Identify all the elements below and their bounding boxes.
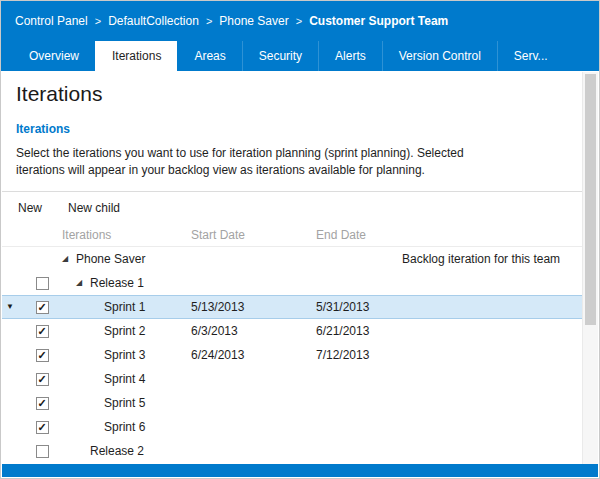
tree-indent bbox=[62, 403, 90, 404]
tree-indent bbox=[62, 331, 90, 332]
end-date bbox=[312, 367, 437, 391]
end-date bbox=[312, 391, 437, 415]
column-header-iterations: Iterations bbox=[56, 223, 187, 246]
main-content: Iterations Iterations Select the iterati… bbox=[2, 72, 582, 464]
start-date bbox=[187, 391, 312, 415]
breadcrumb-item-phone-saver[interactable]: Phone Saver bbox=[219, 14, 288, 28]
tree-expander-icon[interactable]: ◢ bbox=[76, 279, 90, 287]
tab-version-control[interactable]: Version Control bbox=[382, 41, 497, 71]
tab-overview[interactable]: Overview bbox=[13, 41, 95, 71]
grid-row-sprint-4[interactable]: ▼ ✓ Sprint 4 bbox=[2, 367, 582, 391]
grid-row-sprint-2[interactable]: ▼ ✓ Sprint 2 6/3/2013 6/21/2013 bbox=[2, 319, 582, 343]
end-date: 7/12/2013 bbox=[312, 343, 437, 367]
page-title: Iterations bbox=[16, 82, 582, 106]
start-date bbox=[187, 271, 312, 295]
row-checkbox[interactable] bbox=[36, 277, 49, 290]
iteration-name: Release 2 bbox=[90, 444, 144, 458]
grid-row-sprint-1[interactable]: ▼ ✓ Sprint 1 5/13/2013 5/31/2013 bbox=[2, 295, 582, 319]
tree-indent bbox=[62, 451, 76, 452]
tab-alerts[interactable]: Alerts bbox=[318, 41, 382, 71]
grid-header: Iterations Start Date End Date bbox=[2, 223, 582, 247]
grid-row-sprint-6[interactable]: ▼ ✓ Sprint 6 bbox=[2, 415, 582, 439]
iteration-name: Sprint 4 bbox=[104, 372, 145, 386]
new-button[interactable]: New bbox=[18, 201, 42, 215]
scrollbar-thumb[interactable] bbox=[585, 74, 596, 325]
tree-expander-icon[interactable]: ◢ bbox=[62, 255, 76, 263]
end-date: 5/31/2013 bbox=[312, 296, 437, 318]
row-checkbox[interactable]: ✓ bbox=[36, 373, 49, 386]
breadcrumb-separator: > bbox=[206, 15, 212, 27]
row-checkbox[interactable] bbox=[36, 445, 49, 458]
end-date bbox=[312, 415, 437, 439]
row-checkbox[interactable]: ✓ bbox=[36, 421, 49, 434]
iteration-name: Sprint 2 bbox=[104, 324, 145, 338]
end-date bbox=[312, 439, 437, 463]
start-date: 6/3/2013 bbox=[187, 319, 312, 343]
admin-window: Control Panel>DefaultCollection>Phone Sa… bbox=[0, 0, 600, 479]
start-date bbox=[187, 247, 312, 271]
iteration-name: Sprint 6 bbox=[104, 420, 145, 434]
end-date bbox=[312, 271, 437, 295]
tree-indent bbox=[62, 307, 90, 308]
grid-row-phone-saver[interactable]: ▼ ◢ Phone Saver Backlog iteration for th… bbox=[2, 247, 582, 271]
tree-indent bbox=[62, 379, 90, 380]
tab-serv[interactable]: Serv... bbox=[497, 41, 564, 71]
iteration-name: Release 1 bbox=[90, 276, 144, 290]
footer-bar bbox=[2, 464, 598, 477]
row-context-arrow-icon[interactable]: ▼ bbox=[6, 303, 14, 311]
breadcrumb-item-customer-support-team: Customer Support Team bbox=[309, 14, 448, 28]
breadcrumb-separator: > bbox=[296, 15, 302, 27]
end-date: 6/21/2013 bbox=[312, 319, 437, 343]
breadcrumb-bar: Control Panel>DefaultCollection>Phone Sa… bbox=[1, 1, 599, 41]
grid-row-release-2[interactable]: ▼ Release 2 bbox=[2, 439, 582, 463]
grid-body: ▼ ◢ Phone Saver Backlog iteration for th… bbox=[2, 247, 582, 463]
start-date: 5/13/2013 bbox=[187, 296, 312, 318]
breadcrumb-separator: > bbox=[95, 15, 101, 27]
row-checkbox[interactable]: ✓ bbox=[36, 325, 49, 338]
iteration-name: Sprint 1 bbox=[104, 300, 145, 314]
start-date bbox=[187, 415, 312, 439]
row-checkbox[interactable]: ✓ bbox=[36, 397, 49, 410]
grid-row-sprint-3[interactable]: ▼ ✓ Sprint 3 6/24/2013 7/12/2013 bbox=[2, 343, 582, 367]
column-header-end-date: End Date bbox=[312, 223, 437, 246]
iteration-name: Sprint 5 bbox=[104, 396, 145, 410]
breadcrumb-item-control-panel[interactable]: Control Panel bbox=[15, 14, 88, 28]
backlog-note: Backlog iteration for this team bbox=[402, 252, 560, 266]
grid-row-release-1[interactable]: ▼ ◢ Release 1 bbox=[2, 271, 582, 295]
row-checkbox[interactable]: ✓ bbox=[36, 349, 49, 362]
new-child-button[interactable]: New child bbox=[68, 201, 120, 215]
section-label: Iterations bbox=[16, 122, 582, 136]
iteration-name: Sprint 3 bbox=[104, 348, 145, 362]
vertical-scrollbar[interactable] bbox=[582, 72, 598, 464]
iterations-grid: Iterations Start Date End Date ▼ ◢ Phone… bbox=[2, 223, 582, 463]
page-description: Select the iterations you want to use fo… bbox=[16, 145, 568, 179]
tab-areas[interactable]: Areas bbox=[177, 41, 241, 71]
row-checkbox[interactable]: ✓ bbox=[36, 301, 49, 314]
breadcrumb-item-defaultcollection[interactable]: DefaultCollection bbox=[108, 14, 199, 28]
start-date bbox=[187, 367, 312, 391]
iteration-name: Phone Saver bbox=[76, 252, 145, 266]
tree-indent bbox=[62, 283, 76, 284]
tab-iterations[interactable]: Iterations bbox=[95, 41, 177, 71]
start-date bbox=[187, 439, 312, 463]
grid-row-sprint-5[interactable]: ▼ ✓ Sprint 5 bbox=[2, 391, 582, 415]
toolbar: New New child bbox=[2, 191, 582, 223]
tree-indent bbox=[62, 355, 90, 356]
tab-bar: OverviewIterationsAreasSecurityAlertsVer… bbox=[1, 41, 599, 71]
column-header-start-date: Start Date bbox=[187, 223, 312, 246]
start-date: 6/24/2013 bbox=[187, 343, 312, 367]
tab-security[interactable]: Security bbox=[242, 41, 318, 71]
tree-indent bbox=[62, 427, 90, 428]
